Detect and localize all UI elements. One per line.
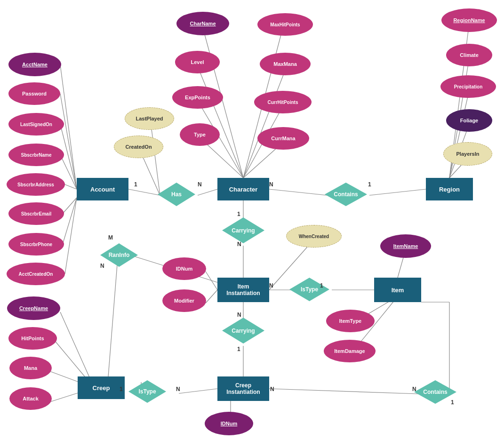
creep-inst-label: Creep Instantiation xyxy=(226,382,260,395)
idnum1-attr: IDNum xyxy=(162,257,206,280)
region-entity: Region xyxy=(426,178,473,200)
modifier-attr: Modifier xyxy=(162,289,206,312)
createdon-attr: CreatedOn xyxy=(114,136,163,158)
item-inst-entity: Item Instantiation xyxy=(217,278,269,302)
exppoints-attr: ExpPoints xyxy=(172,86,223,109)
card-n-istype1: N xyxy=(269,282,273,289)
carrying1-rel: Carrying xyxy=(222,217,264,243)
card-1-istype2: 1 xyxy=(120,386,123,392)
card-n-carrying1: N xyxy=(237,241,241,248)
sbscrbraddress-attr: SbscrbrAddress xyxy=(7,173,65,196)
svg-line-20 xyxy=(269,189,327,195)
maxmana-attr: MaxMana xyxy=(260,53,311,75)
item-label: Item xyxy=(392,287,404,294)
currhitpoints-attr: CurrHitPoints xyxy=(254,91,312,113)
card-n-has: N xyxy=(198,181,202,188)
character-entity: Character xyxy=(217,178,269,200)
idnum2-attr: IDNum xyxy=(205,412,253,435)
whencreated-attr: WhenCreated xyxy=(286,225,342,248)
card-1-carrying1: 1 xyxy=(237,211,240,217)
card-n-raninfo: N xyxy=(100,263,104,269)
currmana-attr: CurrMana xyxy=(257,127,309,150)
creepname-attr: CreepName xyxy=(7,296,60,320)
itemtype-attr: ItemType xyxy=(326,310,375,332)
contains2-rel: Contains xyxy=(414,380,456,404)
card-n-contains2: N xyxy=(412,386,416,392)
acctname-attr: AcctName xyxy=(8,53,61,76)
has-rel: Has xyxy=(158,183,195,206)
svg-line-9 xyxy=(198,189,217,195)
svg-line-11 xyxy=(197,65,243,178)
attack-attr: Attack xyxy=(9,387,52,410)
card-1-istype1: 1 xyxy=(320,282,323,289)
card-1-contains1: 1 xyxy=(368,181,371,188)
svg-line-30 xyxy=(108,259,118,376)
item-entity: Item xyxy=(374,278,421,302)
card-n-contains1: N xyxy=(269,181,273,188)
contains1-rel: Contains xyxy=(325,183,367,206)
climate-attr: Climate xyxy=(446,44,492,66)
svg-line-49 xyxy=(269,389,419,394)
regionname-attr: RegionName xyxy=(441,8,497,32)
card-1-has: 1 xyxy=(134,181,137,188)
creep-entity: Creep xyxy=(78,376,125,399)
svg-line-33 xyxy=(206,290,217,303)
type-attr: Type xyxy=(180,123,220,146)
card-1-carrying2: 1 xyxy=(237,346,240,352)
sbscrbremail-attr: SbscrbrEmail xyxy=(8,202,64,225)
istype2-rel: IsType xyxy=(128,380,166,403)
region-label: Region xyxy=(439,186,460,193)
istype1-rel: IsType xyxy=(289,278,329,301)
card-m-raninfo: M xyxy=(108,234,113,241)
level-attr: Level xyxy=(175,51,220,73)
character-label: Character xyxy=(229,186,258,193)
itemname-attr: ItemName xyxy=(380,234,431,258)
card-n-carrying2: N xyxy=(237,312,241,318)
svg-line-21 xyxy=(369,189,426,195)
sbscrbrname-attr: SbscrbrName xyxy=(8,144,64,166)
svg-line-32 xyxy=(206,272,217,290)
maxhitpoints-attr: MaxHitPoints xyxy=(257,13,313,36)
playersin-attr: PlayersIn xyxy=(443,142,492,166)
creep-label: Creep xyxy=(93,384,110,392)
itemdamage-attr: ItemDamage xyxy=(324,340,376,362)
sbscrbrphone-attr: SbscrbrPhone xyxy=(8,233,64,256)
acctcreatedon-attr: AcctCreatedOn xyxy=(7,263,65,285)
charname-attr: CharName xyxy=(176,12,229,35)
password-attr: Password xyxy=(8,82,60,105)
card-n-istype2: N xyxy=(176,386,180,392)
svg-line-1 xyxy=(60,94,77,189)
creep-inst-entity: Creep Instantiation xyxy=(217,376,269,401)
hitpoints-attr: HitPoints xyxy=(8,327,57,350)
account-entity: Account xyxy=(77,178,128,200)
svg-line-6 xyxy=(63,198,77,244)
lastsignedon-attr: LastSignedOn xyxy=(8,113,64,136)
foliage-attr: Foliage xyxy=(446,109,492,132)
account-label: Account xyxy=(90,186,115,193)
raninfo-rel: RanInfo xyxy=(100,243,138,267)
card-n-creepinst: N xyxy=(270,386,274,392)
svg-line-15 xyxy=(243,68,286,178)
lastplayed-attr: LastPlayed xyxy=(125,107,174,130)
svg-line-48 xyxy=(179,389,217,393)
precipitation-attr: Precipitation xyxy=(440,75,496,98)
item-inst-label: Item Instantiation xyxy=(226,283,260,296)
card-1-contains2: 1 xyxy=(451,399,454,406)
carrying2-rel: Carrying xyxy=(222,318,264,344)
svg-line-8 xyxy=(128,189,160,195)
mana-attr: Mana xyxy=(9,357,52,379)
